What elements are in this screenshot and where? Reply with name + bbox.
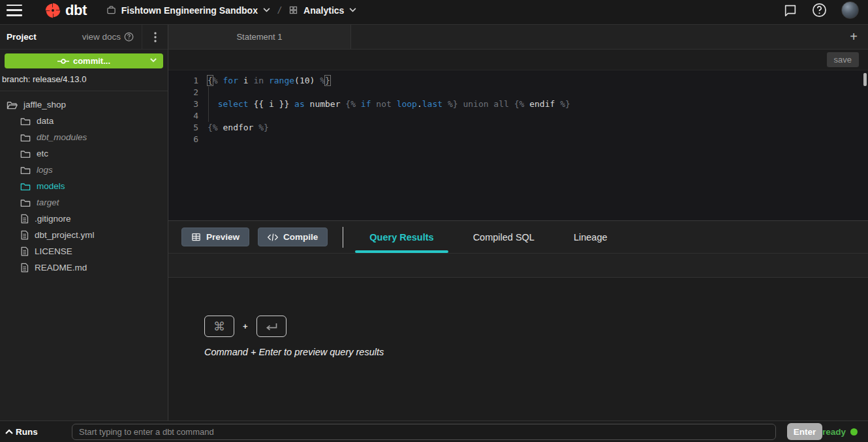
code-line-3[interactable]: 3 select {{ i }} as number {% if not loo… xyxy=(168,98,868,110)
file-icon xyxy=(20,246,29,256)
tree-item-label: target xyxy=(37,198,59,207)
code-line-5[interactable]: 5{% endfor %} xyxy=(168,122,868,134)
enter-button[interactable]: Enter xyxy=(787,423,822,440)
commit-button[interactable]: commit... xyxy=(5,53,163,68)
dbt-command-input[interactable] xyxy=(72,424,776,440)
tree-item-label: etc xyxy=(37,149,48,158)
tree-item-models[interactable]: models xyxy=(0,178,168,194)
compile-button[interactable]: Compile xyxy=(258,228,328,246)
project-name: Analytics xyxy=(303,5,344,16)
editor-column: Statement 1 + save 1{% for i in range(10… xyxy=(168,25,868,420)
code-editor[interactable]: 1{% for i in range(10) %}23 select {{ i … xyxy=(168,70,868,220)
tree-item-label: LICENSE xyxy=(35,246,72,256)
sidebar-menu-button[interactable] xyxy=(142,25,168,50)
file-icon xyxy=(20,214,29,224)
line-number: 6 xyxy=(168,134,198,145)
folder-icon xyxy=(20,117,31,126)
view-docs-label: view docs xyxy=(82,32,121,42)
code-line-1[interactable]: 1{% for i in range(10) %} xyxy=(168,75,868,87)
folder-icon xyxy=(20,133,31,142)
results-tab-compiled-sql[interactable]: Compiled SQL xyxy=(454,221,554,253)
help-icon[interactable] xyxy=(812,3,827,18)
tree-item-etc[interactable]: etc xyxy=(0,145,168,162)
dbt-logo-text: dbt xyxy=(65,2,87,19)
code-line-4[interactable]: 4 xyxy=(168,110,868,122)
tree-item-jaffle_shop[interactable]: jaffle_shop xyxy=(0,96,168,113)
command-key-icon: ⌘ xyxy=(213,319,225,334)
tree-item-LICENSE[interactable]: LICENSE xyxy=(0,243,168,259)
chevron-down-icon[interactable] xyxy=(150,58,157,63)
file-icon xyxy=(20,263,29,273)
file-tree: jaffle_shopdatadbt_modulesetclogsmodelst… xyxy=(0,91,168,276)
breadcrumb-separator: / xyxy=(278,5,281,16)
code-text: select {{ i }} as number {% if not loop.… xyxy=(208,98,570,110)
toolbar-divider xyxy=(343,227,343,248)
preview-label: Preview xyxy=(206,232,240,242)
tree-item-dbt_project.yml[interactable]: dbt_project.yml xyxy=(0,227,168,243)
user-avatar[interactable] xyxy=(841,1,859,19)
editor-scrollbar[interactable] xyxy=(863,73,867,86)
chevron-up-icon xyxy=(5,429,13,434)
status-dot-icon xyxy=(850,428,858,435)
tree-item-README.md[interactable]: README.md xyxy=(0,259,168,276)
tree-item-.gitignore[interactable]: .gitignore xyxy=(0,211,168,227)
new-tab-button[interactable]: + xyxy=(839,25,868,49)
tree-item-label: README.md xyxy=(35,263,87,273)
commit-label: commit... xyxy=(73,56,110,66)
tree-item-logs[interactable]: logs xyxy=(0,162,168,178)
hamburger-menu-icon[interactable] xyxy=(7,5,22,16)
dbt-logo: dbt xyxy=(44,2,87,19)
sidebar-header: Project view docs xyxy=(0,25,168,50)
tree-item-target[interactable]: target xyxy=(0,194,168,211)
tree-item-label: dbt_modules xyxy=(37,132,87,142)
command-key: ⌘ xyxy=(204,316,234,337)
results-subheader xyxy=(168,253,868,278)
query-results-area: ⌘ + Command + Enter to preview query res… xyxy=(168,278,868,420)
chevron-down-icon xyxy=(263,8,270,12)
runs-toggle[interactable]: Runs xyxy=(5,427,72,437)
git-commit-icon xyxy=(57,58,69,65)
kebab-icon xyxy=(154,32,157,42)
plus-icon: + xyxy=(850,29,858,44)
compile-label: Compile xyxy=(283,232,318,242)
file-explorer-sidebar: Project view docs commit... xyxy=(0,25,168,420)
tab-label: Statement 1 xyxy=(236,32,282,42)
project-selector[interactable]: Analytics xyxy=(288,5,356,16)
code-line-6[interactable]: 6 xyxy=(168,134,868,145)
plus-separator: + xyxy=(243,321,248,331)
code-text: {% for i in range(10) %} xyxy=(208,75,330,87)
account-selector[interactable]: Fishtown Engineering Sandbox xyxy=(106,5,270,16)
line-number: 1 xyxy=(168,75,198,87)
line-number: 2 xyxy=(168,87,198,98)
enter-key-icon xyxy=(265,322,278,331)
indent-guide xyxy=(208,87,209,122)
preview-button[interactable]: Preview xyxy=(181,228,249,246)
folder-icon xyxy=(20,149,31,158)
tree-item-label: models xyxy=(37,181,65,191)
line-number: 5 xyxy=(168,122,198,134)
tab-statement-1[interactable]: Statement 1 xyxy=(168,25,351,49)
ready-label: ready xyxy=(822,427,846,437)
table-icon xyxy=(191,232,201,242)
view-docs-link[interactable]: view docs xyxy=(82,32,142,42)
results-tab-lineage[interactable]: Lineage xyxy=(554,221,627,253)
results-toolbar: Preview Compile Query ResultsCompiled SQ… xyxy=(168,220,868,253)
save-button[interactable]: save xyxy=(827,52,859,67)
account-name: Fishtown Engineering Sandbox xyxy=(121,5,258,16)
tree-item-label: jaffle_shop xyxy=(23,100,66,110)
folder-icon xyxy=(20,166,31,175)
tree-item-label: data xyxy=(37,116,54,126)
code-line-2[interactable]: 2 xyxy=(168,87,868,98)
enter-key xyxy=(256,316,287,337)
tree-item-data[interactable]: data xyxy=(0,113,168,129)
tree-item-label: dbt_project.yml xyxy=(35,230,95,240)
main-area: Project view docs commit... xyxy=(0,25,868,420)
results-tab-query-results[interactable]: Query Results xyxy=(350,221,453,253)
briefcase-icon xyxy=(106,5,116,15)
editor-tab-strip: Statement 1 + xyxy=(168,25,868,50)
help-circle-icon xyxy=(124,32,134,42)
results-tabs: Query ResultsCompiled SQLLineage xyxy=(350,221,627,253)
chat-icon[interactable] xyxy=(783,3,798,18)
dbt-logo-icon xyxy=(44,2,61,19)
tree-item-dbt_modules[interactable]: dbt_modules xyxy=(0,129,168,145)
